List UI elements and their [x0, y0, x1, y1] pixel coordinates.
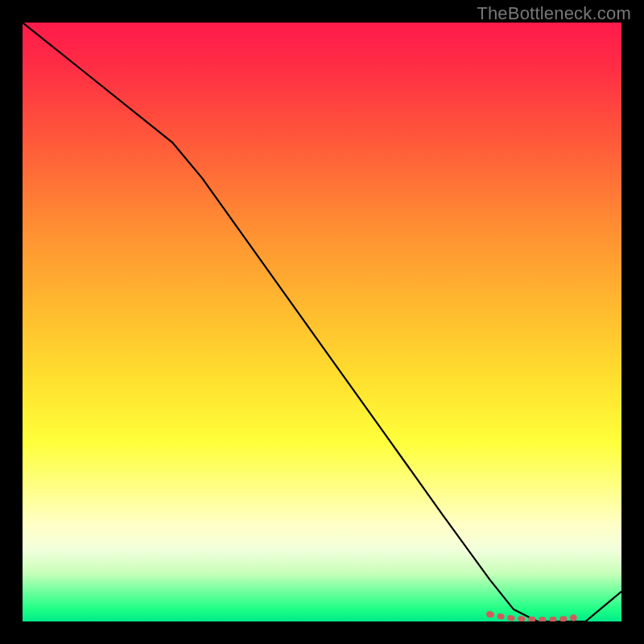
optimal-range-end-dot: [570, 614, 576, 621]
bottleneck-curve-path: [23, 23, 621, 621]
optimal-range-markers: [486, 611, 577, 621]
watermark-text: TheBottleneck.com: [477, 3, 631, 24]
optimal-range-path: [489, 614, 573, 620]
optimal-range-start-dot: [486, 611, 493, 617]
chart-frame: TheBottleneck.com: [0, 0, 644, 644]
plot-area: [23, 23, 621, 621]
chart-overlay: [23, 23, 621, 621]
